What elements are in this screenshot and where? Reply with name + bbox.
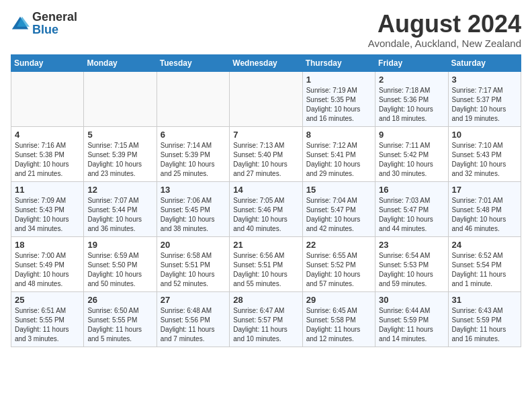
calendar-cell: 1Sunrise: 7:19 AM Sunset: 5:35 PM Daylig… [302, 71, 375, 126]
day-info: Sunrise: 6:54 AM Sunset: 5:53 PM Dayligh… [379, 251, 444, 289]
calendar-cell: 10Sunrise: 7:10 AM Sunset: 5:43 PM Dayli… [448, 126, 521, 181]
day-number: 26 [87, 295, 152, 305]
day-number: 1 [306, 75, 371, 85]
day-info: Sunrise: 7:19 AM Sunset: 5:35 PM Dayligh… [306, 86, 371, 124]
day-number: 20 [161, 240, 226, 250]
day-number: 16 [379, 185, 444, 195]
day-number: 12 [87, 185, 152, 195]
day-number: 8 [306, 130, 371, 140]
calendar-cell: 8Sunrise: 7:12 AM Sunset: 5:41 PM Daylig… [302, 126, 375, 181]
day-info: Sunrise: 6:48 AM Sunset: 5:56 PM Dayligh… [161, 306, 226, 344]
day-number: 23 [379, 240, 444, 250]
day-number: 5 [87, 130, 152, 140]
page-header: General Blue August 2024 Avondale, Auckl… [11, 11, 521, 49]
calendar-cell: 28Sunrise: 6:47 AM Sunset: 5:57 PM Dayli… [230, 291, 302, 347]
calendar-cell: 22Sunrise: 6:55 AM Sunset: 5:52 PM Dayli… [302, 236, 375, 291]
day-number: 15 [306, 185, 371, 195]
day-info: Sunrise: 7:07 AM Sunset: 5:44 PM Dayligh… [87, 196, 152, 234]
calendar-week-row: 25Sunrise: 6:51 AM Sunset: 5:55 PM Dayli… [11, 291, 521, 347]
day-number: 29 [306, 295, 371, 305]
day-info: Sunrise: 7:03 AM Sunset: 5:47 PM Dayligh… [379, 196, 444, 234]
calendar-table: SundayMondayTuesdayWednesdayThursdayFrid… [11, 54, 521, 347]
logo-general: General [32, 10, 77, 24]
day-info: Sunrise: 7:00 AM Sunset: 5:49 PM Dayligh… [15, 251, 80, 289]
calendar-cell [230, 71, 302, 126]
day-number: 10 [452, 130, 517, 140]
day-info: Sunrise: 6:44 AM Sunset: 5:59 PM Dayligh… [379, 306, 444, 344]
day-info: Sunrise: 6:47 AM Sunset: 5:57 PM Dayligh… [233, 306, 298, 344]
logo-icon [11, 14, 30, 33]
day-info: Sunrise: 7:16 AM Sunset: 5:38 PM Dayligh… [15, 141, 80, 179]
day-number: 18 [15, 240, 80, 250]
calendar-cell: 6Sunrise: 7:14 AM Sunset: 5:39 PM Daylig… [157, 126, 229, 181]
calendar-cell: 20Sunrise: 6:58 AM Sunset: 5:51 PM Dayli… [157, 236, 229, 291]
day-number: 4 [15, 130, 80, 140]
day-number: 13 [161, 185, 226, 195]
weekday-header-row: SundayMondayTuesdayWednesdayThursdayFrid… [11, 54, 521, 71]
day-info: Sunrise: 7:09 AM Sunset: 5:43 PM Dayligh… [15, 196, 80, 234]
calendar-week-row: 4Sunrise: 7:16 AM Sunset: 5:38 PM Daylig… [11, 126, 521, 181]
calendar-cell: 24Sunrise: 6:52 AM Sunset: 5:54 PM Dayli… [448, 236, 521, 291]
day-info: Sunrise: 7:06 AM Sunset: 5:45 PM Dayligh… [161, 196, 226, 234]
weekday-header: Tuesday [157, 54, 229, 71]
day-info: Sunrise: 7:14 AM Sunset: 5:39 PM Dayligh… [161, 141, 226, 179]
calendar-cell: 7Sunrise: 7:13 AM Sunset: 5:40 PM Daylig… [230, 126, 302, 181]
calendar-cell: 21Sunrise: 6:56 AM Sunset: 5:51 PM Dayli… [230, 236, 302, 291]
day-number: 30 [379, 295, 444, 305]
day-info: Sunrise: 7:05 AM Sunset: 5:46 PM Dayligh… [233, 196, 298, 234]
day-info: Sunrise: 7:12 AM Sunset: 5:41 PM Dayligh… [306, 141, 371, 179]
day-number: 25 [15, 295, 80, 305]
calendar-cell: 14Sunrise: 7:05 AM Sunset: 5:46 PM Dayli… [230, 181, 302, 236]
calendar-cell: 3Sunrise: 7:17 AM Sunset: 5:37 PM Daylig… [448, 71, 521, 126]
day-info: Sunrise: 7:13 AM Sunset: 5:40 PM Dayligh… [233, 141, 298, 179]
calendar-cell: 29Sunrise: 6:45 AM Sunset: 5:58 PM Dayli… [302, 291, 375, 347]
weekday-header: Friday [375, 54, 448, 71]
calendar-cell: 13Sunrise: 7:06 AM Sunset: 5:45 PM Dayli… [157, 181, 229, 236]
day-number: 17 [452, 185, 517, 195]
day-number: 19 [87, 240, 152, 250]
day-number: 21 [233, 240, 298, 250]
calendar-week-row: 1Sunrise: 7:19 AM Sunset: 5:35 PM Daylig… [11, 71, 521, 126]
day-info: Sunrise: 7:11 AM Sunset: 5:42 PM Dayligh… [379, 141, 444, 179]
calendar-cell: 19Sunrise: 6:59 AM Sunset: 5:50 PM Dayli… [84, 236, 157, 291]
calendar-cell: 30Sunrise: 6:44 AM Sunset: 5:59 PM Dayli… [375, 291, 448, 347]
month-title: August 2024 [368, 11, 521, 38]
day-number: 14 [233, 185, 298, 195]
day-number: 3 [452, 75, 517, 85]
day-info: Sunrise: 6:55 AM Sunset: 5:52 PM Dayligh… [306, 251, 371, 289]
day-number: 2 [379, 75, 444, 85]
location-title: Avondale, Auckland, New Zealand [368, 38, 521, 49]
calendar-cell: 26Sunrise: 6:50 AM Sunset: 5:55 PM Dayli… [84, 291, 157, 347]
weekday-header: Saturday [448, 54, 521, 71]
day-number: 22 [306, 240, 371, 250]
calendar-cell: 25Sunrise: 6:51 AM Sunset: 5:55 PM Dayli… [11, 291, 84, 347]
day-info: Sunrise: 6:43 AM Sunset: 5:59 PM Dayligh… [452, 306, 517, 344]
day-info: Sunrise: 6:52 AM Sunset: 5:54 PM Dayligh… [452, 251, 517, 289]
calendar-cell: 16Sunrise: 7:03 AM Sunset: 5:47 PM Dayli… [375, 181, 448, 236]
logo-blue: Blue [32, 23, 58, 36]
day-info: Sunrise: 7:10 AM Sunset: 5:43 PM Dayligh… [452, 141, 517, 179]
day-number: 28 [233, 295, 298, 305]
day-number: 31 [452, 295, 517, 305]
calendar-cell: 18Sunrise: 7:00 AM Sunset: 5:49 PM Dayli… [11, 236, 84, 291]
calendar-week-row: 11Sunrise: 7:09 AM Sunset: 5:43 PM Dayli… [11, 181, 521, 236]
day-info: Sunrise: 6:45 AM Sunset: 5:58 PM Dayligh… [306, 306, 371, 344]
calendar-cell: 12Sunrise: 7:07 AM Sunset: 5:44 PM Dayli… [84, 181, 157, 236]
day-info: Sunrise: 7:17 AM Sunset: 5:37 PM Dayligh… [452, 86, 517, 124]
calendar-cell: 9Sunrise: 7:11 AM Sunset: 5:42 PM Daylig… [375, 126, 448, 181]
calendar-cell: 5Sunrise: 7:15 AM Sunset: 5:39 PM Daylig… [84, 126, 157, 181]
calendar-cell: 11Sunrise: 7:09 AM Sunset: 5:43 PM Dayli… [11, 181, 84, 236]
calendar-cell: 27Sunrise: 6:48 AM Sunset: 5:56 PM Dayli… [157, 291, 229, 347]
calendar-cell: 4Sunrise: 7:16 AM Sunset: 5:38 PM Daylig… [11, 126, 84, 181]
title-area: August 2024 Avondale, Auckland, New Zeal… [368, 11, 521, 49]
logo: General Blue [11, 11, 77, 36]
calendar-cell: 17Sunrise: 7:01 AM Sunset: 5:48 PM Dayli… [448, 181, 521, 236]
day-info: Sunrise: 6:56 AM Sunset: 5:51 PM Dayligh… [233, 251, 298, 289]
day-info: Sunrise: 7:04 AM Sunset: 5:47 PM Dayligh… [306, 196, 371, 234]
calendar-cell [84, 71, 157, 126]
day-number: 6 [161, 130, 226, 140]
day-number: 9 [379, 130, 444, 140]
calendar-cell [157, 71, 229, 126]
weekday-header: Monday [84, 54, 157, 71]
calendar-cell: 2Sunrise: 7:18 AM Sunset: 5:36 PM Daylig… [375, 71, 448, 126]
